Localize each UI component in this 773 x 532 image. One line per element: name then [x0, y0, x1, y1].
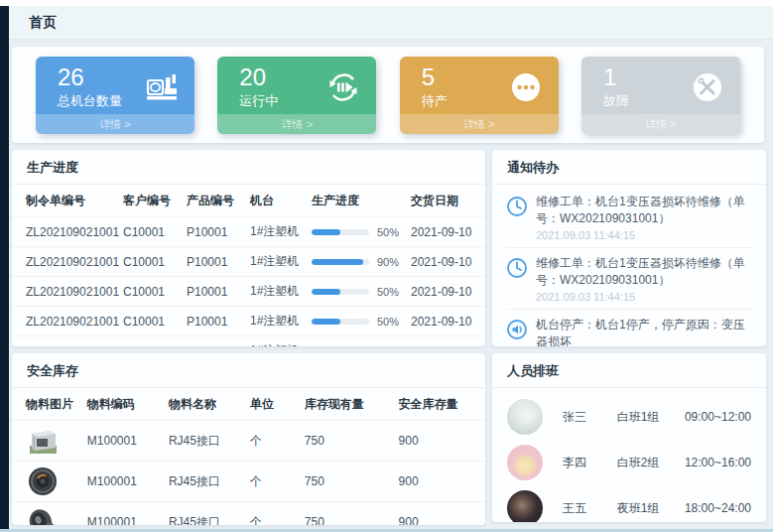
cell-progress: 50% [312, 336, 411, 347]
staff-name: 张三 [563, 409, 617, 426]
stat-detail-link[interactable]: 详情 > [36, 114, 194, 134]
cell-delivery-date: 2021-09-10 [411, 247, 485, 277]
cell-customer-no: C10001 [123, 336, 187, 347]
notice-time: 2021.09.03 11:44:15 [536, 291, 752, 303]
stat-detail-link[interactable]: 详情 > [581, 114, 740, 134]
cell-safety-qty: 900 [399, 421, 485, 462]
panel-title: 安全库存 [12, 353, 485, 388]
stat-detail-link[interactable]: 详情 > [217, 114, 376, 134]
cell-order-no: ZL202109021001 [12, 217, 123, 247]
notice-item[interactable]: 机台停产：机台1停产，停产原因：变压器损坏 2021.09.03 11:44:1… [506, 310, 752, 346]
machine-icon [145, 72, 179, 102]
stat-value: 20 [239, 65, 278, 90]
staff-name: 李四 [563, 455, 617, 471]
tab-home[interactable]: 首页 [29, 14, 57, 32]
cell-material-name: RJ45接口 [169, 462, 250, 502]
col-header: 物料编码 [87, 388, 169, 421]
cell-on-hand: 750 [305, 502, 399, 526]
running-icon [326, 70, 360, 104]
stat-detail-link[interactable]: 详情 > [400, 114, 559, 134]
table-row: ZL202109021001 C10001 P10001 1#注塑机 50% 2… [12, 336, 485, 347]
safety-stock-panel: 安全库存 物料图片 物料编码 物料名称 单位 库存现有量 安全库存量 [12, 353, 485, 525]
staff-row: 张三 白班1组 09:00~12:00 [507, 394, 751, 440]
progress-label: 50% [377, 226, 399, 238]
staff-shift: 白班1组 [617, 409, 685, 426]
clock-icon [506, 196, 528, 217]
cell-order-no: ZL202109021001 [12, 247, 123, 277]
cell-progress: 90% [312, 247, 411, 277]
notices-panel: 通知待办 维修工单：机台1变压器损坏待维修（单号：WX202109031001）… [492, 150, 766, 346]
col-header: 客户编号 [123, 185, 187, 217]
stat-label: 总机台数量 [58, 92, 122, 110]
table-row: M100001 RJ45接口 个 750 900 [12, 421, 485, 462]
staff-shift: 白班2组 [617, 455, 685, 471]
progress-label: 50% [377, 286, 399, 298]
dashboard-page: 首页 26 总机台数量 [9, 6, 773, 532]
avatar [507, 399, 543, 435]
notice-item[interactable]: 维修工单：机台1变压器损坏待维修（单号：WX202109031001） 2021… [506, 248, 752, 310]
col-header: 交货日期 [411, 185, 485, 217]
cell-customer-no: C10001 [123, 247, 187, 277]
cell-machine: 1#注塑机 [250, 217, 312, 247]
notice-item[interactable]: 维修工单：机台1变压器损坏待维修（单号：WX202109031001） 2021… [506, 187, 752, 248]
stat-card-body: 5 待产 [400, 57, 559, 114]
cell-unit: 个 [250, 421, 305, 462]
cell-customer-no: C10001 [123, 217, 187, 247]
cell-product-no: P10001 [187, 277, 250, 307]
stat-label: 运行中 [239, 92, 278, 110]
staff-time: 09:00~12:00 [685, 410, 751, 424]
cell-unit: 个 [250, 502, 305, 526]
cell-order-no: ZL202109021001 [12, 277, 123, 307]
notice-text: 机台停产：机台1停产，停产原因：变压器损坏 [536, 317, 752, 346]
col-header: 生产进度 [312, 185, 411, 217]
cell-material-code: M100001 [87, 502, 169, 526]
round-speaker-image [26, 465, 60, 498]
col-header: 安全库存量 [399, 388, 485, 421]
staff-row: 李四 白班2组 12:00~16:00 [507, 440, 751, 485]
cell-product-no: P10001 [187, 247, 250, 277]
staff-name: 王五 [563, 500, 617, 517]
cell-on-hand: 750 [305, 421, 399, 462]
progress-label: 50% [377, 316, 399, 328]
cell-delivery-date: 2021-09-10 [411, 336, 485, 347]
staff-row: 王五 夜班1组 18:00~24:00 [507, 485, 751, 522]
table-row: M100001 RJ45接口 个 750 900 [12, 462, 485, 502]
content-area: 26 总机台数量 详情 > [9, 40, 773, 525]
table-row: ZL202109021001 C10001 P10001 1#注塑机 50% 2… [12, 217, 485, 247]
inventory-table: 物料图片 物料编码 物料名称 单位 库存现有量 安全库存量 [12, 388, 485, 525]
stat-value: 1 [603, 65, 629, 90]
cell-order-no: ZL202109021001 [12, 336, 123, 347]
panel-title: 通知待办 [492, 150, 766, 185]
cell-product-no: P10001 [187, 336, 250, 347]
avatar [507, 445, 543, 480]
cell-material-image [12, 462, 87, 502]
stat-card-total-machines[interactable]: 26 总机台数量 详情 > [36, 57, 194, 134]
table-row: ZL202109021001 C10001 P10001 1#注塑机 50% 2… [12, 307, 485, 336]
staff-list: 张三 白班1组 09:00~12:00 李四 白班2组 12:00~16:00 … [492, 388, 766, 522]
production-table: 制令单编号 客户编号 产品编号 机台 生产进度 交货日期 ZL202109021… [12, 185, 485, 346]
cell-material-image [12, 502, 87, 526]
cell-machine: 1#注塑机 [250, 247, 312, 277]
stat-card-body: 20 运行中 [217, 57, 376, 114]
cell-material-code: M100001 [87, 421, 169, 462]
progress-label: 90% [377, 256, 399, 268]
cell-customer-no: C10001 [123, 277, 187, 307]
cell-material-name: RJ45接口 [169, 421, 250, 462]
cell-safety-qty: 900 [399, 502, 485, 526]
cell-progress: 50% [312, 277, 411, 307]
stat-card-fault[interactable]: 1 故障 详情 > [581, 57, 740, 134]
stat-card-waiting[interactable]: 5 待产 详情 > [400, 57, 559, 134]
stat-card-running[interactable]: 20 运行中 [217, 57, 376, 134]
cell-safety-qty: 900 [399, 462, 485, 502]
progress-bar [312, 229, 369, 235]
staff-shift: 夜班1组 [617, 500, 685, 517]
rj45-connector-image [26, 424, 60, 458]
stat-label: 故障 [603, 92, 629, 110]
table-row: M100001 RJ45接口 个 750 900 [12, 502, 485, 526]
progress-bar [312, 259, 369, 265]
stat-card-body: 26 总机台数量 [36, 57, 194, 114]
table-header-row: 制令单编号 客户编号 产品编号 机台 生产进度 交货日期 [12, 185, 485, 217]
progress-bar [312, 289, 369, 295]
stat-value: 26 [58, 65, 122, 90]
progress-bar [312, 319, 369, 325]
